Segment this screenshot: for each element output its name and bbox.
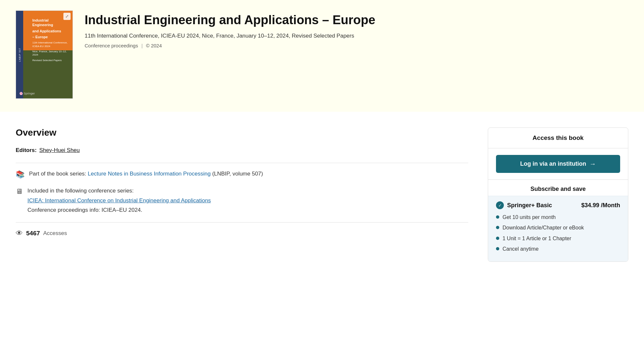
book-series-text: Part of the book series: Lecture Notes i… xyxy=(29,170,263,178)
plan-features-list: Get 10 units per monthDownload Article/C… xyxy=(496,214,620,253)
conference-info: Conference proceedings info: ICIEA–EU 20… xyxy=(27,206,211,214)
book-series-icon: 📚 xyxy=(16,170,25,179)
plan-name-row: ✓ Springer+ Basic xyxy=(496,201,552,209)
sidebar: Access this book Log in via an instituti… xyxy=(488,127,628,262)
plan-feature-item: Download Article/Chapter or eBook xyxy=(496,224,620,231)
feature-bullet xyxy=(496,226,499,229)
plan-price: $34.99 /Month xyxy=(581,202,620,209)
feature-text: 1 Unit = 1 Article or 1 Chapter xyxy=(503,235,571,242)
lnbip-spine: LNBIP 507 xyxy=(16,11,23,98)
cover-title2: and Applications xyxy=(28,27,69,33)
access-header: Access this book xyxy=(488,128,628,148)
feature-bullet xyxy=(496,215,499,219)
plan-feature-item: Cancel anytime xyxy=(496,245,620,253)
conference-icon: 🖥 xyxy=(16,187,23,196)
book-series-row: 📚 Part of the book series: Lecture Notes… xyxy=(16,170,468,179)
expand-icon[interactable]: ⤢ xyxy=(63,13,71,20)
cover-title3: – Europe xyxy=(28,33,69,39)
conference-label: Included in the following conference ser… xyxy=(27,188,134,194)
access-box: Access this book Log in via an instituti… xyxy=(488,127,628,262)
subscribe-header: Subscribe and save xyxy=(488,180,628,196)
feature-text: Get 10 units per month xyxy=(503,214,556,221)
page-title: Industrial Engineering and Applications … xyxy=(85,13,628,27)
accesses-icon: 👁 xyxy=(16,229,23,238)
divider-2 xyxy=(16,222,468,223)
editor-link[interactable]: Shey-Huei Sheu xyxy=(39,147,80,154)
hero-section: LNBIP 507 Industrial Engineering and App… xyxy=(0,0,644,112)
editors-label: Editors: xyxy=(16,147,37,154)
hero-info: Industrial Engineering and Applications … xyxy=(85,10,628,48)
conference-link[interactable]: ICIEA: International Conference on Indus… xyxy=(27,196,211,205)
section-overview-title: Overview xyxy=(16,127,468,138)
feature-text: Download Article/Chapter or eBook xyxy=(503,224,584,231)
conference-text: Included in the following conference ser… xyxy=(27,187,211,214)
cover-subtitle3: Revised Selected Papers xyxy=(28,57,69,62)
book-type: Conference proceedings xyxy=(85,43,138,48)
accesses-label: Accesses xyxy=(43,230,67,237)
cover-subtitle1: 11th International Conference, ICIEA-EU … xyxy=(28,39,69,48)
book-series-link[interactable]: Lecture Notes in Business Information Pr… xyxy=(88,171,211,177)
access-title: Access this book xyxy=(496,134,620,142)
book-cover[interactable]: LNBIP 507 Industrial Engineering and App… xyxy=(16,10,73,99)
editors-row: Editors: Shey-Huei Sheu xyxy=(16,147,468,154)
feature-text: Cancel anytime xyxy=(503,245,538,253)
accesses-count: 5467 xyxy=(26,230,40,237)
main-content: Overview Editors: Shey-Huei Sheu 📚 Part … xyxy=(16,127,488,262)
feature-bullet xyxy=(496,237,499,240)
subscribe-plan: ✓ Springer+ Basic $34.99 /Month Get 10 u… xyxy=(488,196,628,261)
plan-feature-item: Get 10 units per month xyxy=(496,214,620,221)
divider-1 xyxy=(16,163,468,163)
plan-feature-item: 1 Unit = 1 Article or 1 Chapter xyxy=(496,235,620,242)
conference-series-row: 🖥 Included in the following conference s… xyxy=(16,187,468,214)
login-section: Log in via an institution → xyxy=(488,148,628,180)
subscribe-title: Subscribe and save xyxy=(530,186,586,192)
plan-check-icon: ✓ xyxy=(496,201,504,209)
cover-publisher: 🌸 Springer xyxy=(19,92,35,95)
plan-row: ✓ Springer+ Basic $34.99 /Month xyxy=(496,201,620,209)
login-institution-button[interactable]: Log in via an institution → xyxy=(496,155,620,173)
cover-subtitle2: Nice, France, January 10–12, 2024 xyxy=(28,48,69,57)
accesses-row: 👁 5467 Accesses xyxy=(16,229,468,238)
feature-bullet xyxy=(496,247,499,250)
main-layout: Overview Editors: Shey-Huei Sheu 📚 Part … xyxy=(0,112,644,277)
book-year: © 2024 xyxy=(146,43,162,48)
login-button-arrow: → xyxy=(589,160,596,168)
book-series-suffix: (LNBIP, volume 507) xyxy=(212,171,263,177)
login-button-label: Log in via an institution xyxy=(520,160,586,167)
hero-subtitle: 11th International Conference, ICIEA-EU … xyxy=(85,32,628,40)
plan-name: Springer+ Basic xyxy=(507,202,552,209)
hero-meta: Conference proceedings | © 2024 xyxy=(85,43,628,48)
